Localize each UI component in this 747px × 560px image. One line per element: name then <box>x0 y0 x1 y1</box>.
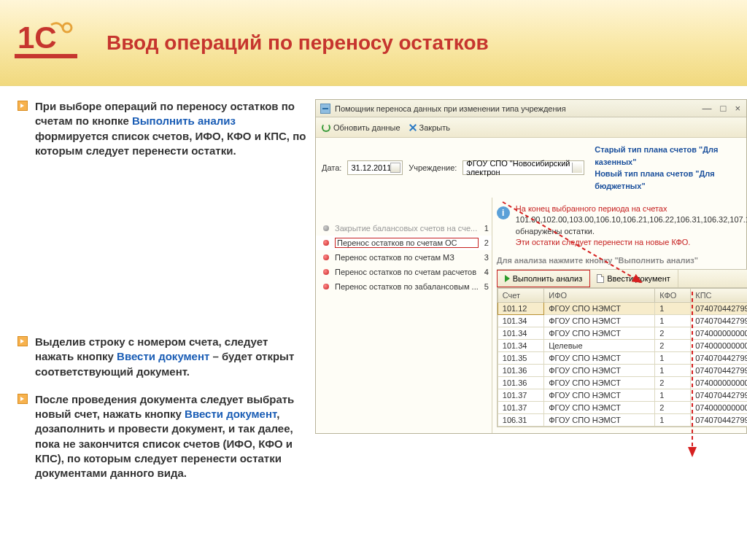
plan-type-info: Старый тип плана счетов "Для казенных" Н… <box>595 144 740 192</box>
close-action-button[interactable]: Закрыть <box>409 123 450 132</box>
status-dot-icon <box>323 240 329 246</box>
operation-label: Перенос остатков по забалансовым ... <box>335 282 479 291</box>
operation-number: 5 <box>479 282 489 291</box>
table-row[interactable]: 101.36ФГОУ СПО НЭМСТ107407044279900001 <box>498 364 747 376</box>
action-bar: Выполнить анализ Ввести документ <box>497 269 747 288</box>
org-input[interactable]: ФГОУ СПО "Новосибирский электрон <box>462 160 584 175</box>
status-dot-icon <box>323 225 329 231</box>
paragraph-1: При выборе операций по переносу остатков… <box>35 99 306 158</box>
operation-row[interactable]: Перенос остатков по счетам МЗ3 <box>316 250 492 265</box>
close-button[interactable]: × <box>733 103 742 114</box>
operation-label: Перенос остатков по счетам МЗ <box>335 253 479 262</box>
bullet-icon <box>18 101 28 111</box>
status-dot-icon <box>323 269 329 275</box>
calendar-icon[interactable] <box>390 163 400 173</box>
operation-label: Закрытие балансовых счетов на сче... <box>335 224 479 233</box>
minimize-button[interactable]: — <box>701 103 713 114</box>
play-icon <box>505 275 510 282</box>
operation-label: Перенос остатков по счетам расчетов <box>335 268 479 276</box>
date-label: Дата: <box>322 163 341 172</box>
table-row[interactable]: 101.37ФГОУ СПО НЭМСТ207400000000000000 <box>498 401 747 413</box>
operations-pane: Закрытие балансовых счетов на сче...1Пер… <box>316 198 492 433</box>
operation-label: Перенос остатков по счетам ОС <box>335 238 479 248</box>
dropdown-icon[interactable] <box>572 163 582 173</box>
table-row[interactable]: 101.12ФГОУ СПО НЭМСТ107407044279900001 <box>498 302 747 314</box>
col-account[interactable]: Счет <box>498 288 543 302</box>
toolbar: Обновить данные Закрыть <box>316 117 746 138</box>
operation-row[interactable]: Перенос остатков по счетам расчетов4 <box>316 265 492 279</box>
refresh-icon <box>322 123 330 132</box>
operation-number: 2 <box>479 238 489 247</box>
table-row[interactable]: 101.37ФГОУ СПО НЭМСТ107407044279900001 <box>498 389 747 401</box>
document-icon <box>597 274 604 283</box>
svg-point-2 <box>63 23 71 32</box>
operation-row[interactable]: Перенос остатков по забалансовым ...5 <box>316 279 492 294</box>
hint-text: Для анализа нажмите кнопку "Выполнить ан… <box>497 256 747 265</box>
explanation-column: При выборе операций по переносу остатков… <box>0 99 315 494</box>
info-icon: i <box>497 206 510 219</box>
maximize-button[interactable]: □ <box>719 103 728 114</box>
table-row[interactable]: 101.34ФГОУ СПО НЭМСТ107407044279900001 <box>498 314 747 327</box>
col-kps[interactable]: КПС <box>691 288 747 302</box>
accounts-grid[interactable]: Счет ИФО КФО КПС 101.12ФГОУ СПО НЭМСТ107… <box>497 288 747 427</box>
paragraph-3: После проведения документа следует выбра… <box>35 392 306 481</box>
status-dot-icon <box>323 284 329 289</box>
operation-number: 3 <box>479 253 489 262</box>
date-input[interactable]: 31.12.2011 <box>347 160 403 175</box>
status-dot-icon <box>323 254 329 260</box>
table-row[interactable]: 101.36ФГОУ СПО НЭМСТ207400000000000000 <box>498 376 747 389</box>
analyze-button[interactable]: Выполнить анализ <box>497 270 590 287</box>
operation-number: 4 <box>479 268 489 276</box>
table-row[interactable]: 101.35ФГОУ СПО НЭМСТ107407044279900001 <box>498 351 747 364</box>
page-title: Ввод операций по переносу остатков <box>107 31 489 55</box>
refresh-button[interactable]: Обновить данные <box>322 123 400 132</box>
warning-text: На конец выбранного периода на счетах 10… <box>516 203 747 249</box>
bullet-icon <box>18 394 28 404</box>
org-label: Учреждение: <box>409 163 457 172</box>
operation-number: 1 <box>479 224 489 233</box>
header: 1C Ввод операций по переносу остатков <box>0 0 747 86</box>
table-row[interactable]: 101.34Целевые207400000000000000 <box>498 339 747 351</box>
table-row[interactable]: 101.34ФГОУ СПО НЭМСТ207400000000000000 <box>498 327 747 339</box>
col-ifo[interactable]: ИФО <box>544 288 655 302</box>
logo-1c: 1C <box>15 18 77 69</box>
close-icon <box>409 124 417 131</box>
svg-text:1C: 1C <box>18 20 57 55</box>
operation-row[interactable]: Закрытие балансовых счетов на сче...1 <box>316 221 492 236</box>
app-window: Помощник переноса данных при изменении т… <box>315 99 747 434</box>
enter-document-button[interactable]: Ввести документ <box>589 270 678 287</box>
titlebar[interactable]: Помощник переноса данных при изменении т… <box>316 100 746 117</box>
paragraph-2: Выделив строку с номером счета, следует … <box>35 335 306 379</box>
table-row[interactable]: 106.31ФГОУ СПО НЭМСТ107407044279900001 <box>498 413 747 426</box>
window-icon <box>320 104 330 114</box>
operation-row[interactable]: Перенос остатков по счетам ОС2 <box>316 236 492 250</box>
bullet-icon <box>18 336 28 346</box>
col-kfo[interactable]: КФО <box>655 288 691 302</box>
details-pane: i На конец выбранного периода на счетах … <box>492 198 747 433</box>
window-title: Помощник переноса данных при изменении т… <box>335 104 701 113</box>
